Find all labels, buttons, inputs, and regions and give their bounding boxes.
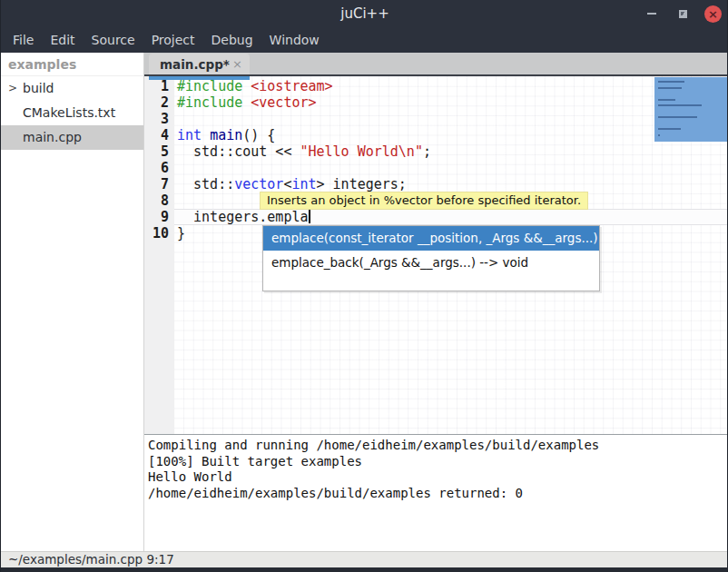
code-text: integers.empla [174, 209, 728, 225]
juci-window: juCi++ × File Edit Source Project Debug … [0, 0, 728, 572]
code-text: std::cout << "Hello World\n"; [174, 143, 728, 160]
autocomplete-item-emplace-back[interactable]: emplace_back(_Args &&__args...) --> void [263, 251, 599, 275]
minimize-icon [647, 13, 656, 15]
text-cursor [309, 210, 310, 223]
menubar: File Edit Source Project Debug Window [1, 27, 728, 53]
line-number: 6 [144, 160, 174, 176]
doc-tooltip: Inserts an object in %vector before spec… [260, 192, 588, 210]
tab-bar: main.cpp* × [144, 53, 728, 76]
menu-file[interactable]: File [5, 29, 42, 51]
project-name: examples [1, 53, 143, 76]
line-number: 5 [144, 143, 174, 160]
titlebar[interactable]: juCi++ × [1, 0, 728, 27]
terminal-line: /home/eidheim/examples/build/examples re… [148, 486, 728, 502]
code-lines: 1#include <iostream>2#include <vector>34… [144, 78, 728, 242]
tab-label: main.cpp* [160, 57, 230, 72]
main-area: main.cpp* × 1#include <iostream>2#includ… [144, 53, 728, 551]
code-text: int main() { [174, 127, 728, 143]
menu-window[interactable]: Window [261, 29, 328, 51]
code-line-3[interactable]: 3 [144, 111, 728, 127]
code-line-9[interactable]: 9 integers.empla [144, 209, 728, 225]
minimize-button[interactable] [643, 5, 661, 23]
line-number: 8 [144, 192, 174, 209]
close-icon: × [708, 7, 718, 21]
restore-button[interactable] [674, 5, 692, 23]
line-number: 10 [144, 225, 174, 242]
menu-debug[interactable]: Debug [203, 29, 261, 51]
code-line-4[interactable]: 4int main() { [144, 127, 728, 143]
autocomplete-item-emplace[interactable]: emplace(const_iterator __position, _Args… [263, 226, 599, 251]
menu-edit[interactable]: Edit [42, 29, 83, 51]
minimap-code-line [658, 128, 681, 130]
minimap-code-line [658, 87, 682, 89]
terminal-line: Hello World [148, 469, 728, 486]
status-file-position: ~/examples/main.cpp 9:17 [8, 552, 174, 567]
tree-item-label: CMakeLists.txt [23, 105, 115, 120]
close-button[interactable]: × [704, 5, 722, 23]
code-line-2[interactable]: 2#include <vector> [144, 94, 728, 111]
menu-project[interactable]: Project [143, 29, 203, 51]
line-number: 4 [144, 127, 174, 143]
tab-close-icon[interactable]: × [232, 57, 242, 71]
tab-main-cpp[interactable]: main.cpp* × [149, 54, 250, 74]
chevron-right-icon[interactable]: > [8, 76, 17, 101]
tree-item-label: main.cpp [23, 130, 82, 144]
minimap-code-line [658, 99, 675, 101]
tree-item-build[interactable]: > build [1, 76, 143, 101]
code-text [174, 160, 728, 176]
code-text [174, 111, 728, 127]
window-controls: × [643, 0, 722, 27]
minimap-code-line [658, 134, 660, 136]
line-number: 3 [144, 111, 174, 127]
file-tree-panel[interactable]: examples > build CMakeLists.txt main.cpp [1, 53, 144, 551]
code-text: #include <iostream> [174, 78, 728, 94]
autocomplete-popup: emplace(const_iterator __position, _Args… [262, 225, 600, 291]
restore-icon [679, 10, 687, 18]
code-line-5[interactable]: 5 std::cout << "Hello World\n"; [144, 143, 728, 160]
status-bar: ~/examples/main.cpp 9:17 [1, 551, 728, 567]
line-number: 2 [144, 94, 174, 111]
minimap-code-line [658, 81, 684, 83]
terminal-line: Compiling and running /home/eidheim/exam… [148, 438, 728, 454]
terminal-line: [100%] Built target examples [148, 454, 728, 470]
code-text: std::vector<int> integers; [174, 176, 728, 192]
minimap-code-line [658, 104, 702, 106]
menu-source[interactable]: Source [84, 29, 143, 51]
code-line-7[interactable]: 7 std::vector<int> integers; [144, 176, 728, 192]
line-number: 7 [144, 176, 174, 192]
tree-item-label: build [23, 81, 54, 95]
line-number: 1 [144, 78, 174, 94]
minimap-overview[interactable] [654, 77, 728, 142]
window-bottom-border [1, 567, 728, 572]
minimap-code-line [658, 116, 697, 118]
code-line-1[interactable]: 1#include <iostream> [144, 78, 728, 94]
tree-item-cmakelists[interactable]: CMakeLists.txt [1, 101, 143, 125]
line-number: 9 [144, 209, 174, 225]
window-title: juCi++ [340, 5, 389, 22]
code-line-6[interactable]: 6 [144, 160, 728, 176]
active-tab-indicator [149, 76, 250, 80]
tree-item-main-cpp[interactable]: main.cpp [1, 125, 143, 150]
code-text: #include <vector> [174, 94, 728, 111]
build-terminal[interactable]: Compiling and running /home/eidheim/exam… [144, 435, 728, 551]
